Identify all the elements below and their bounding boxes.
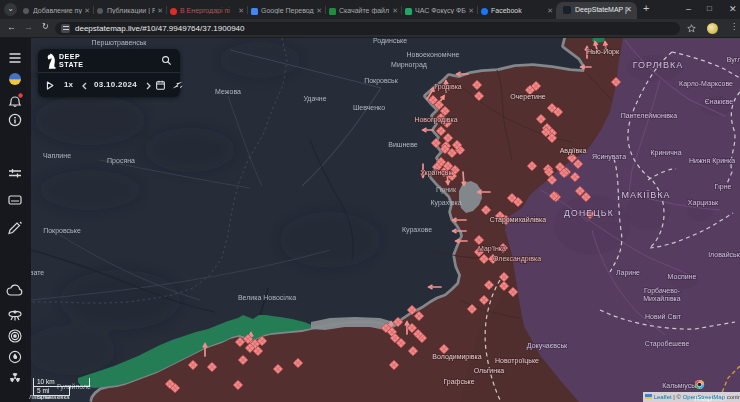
- svg-text:Велика Новосілка: Велика Новосілка: [238, 294, 296, 301]
- svg-text:Нижня Кринка: Нижня Кринка: [689, 157, 735, 165]
- svg-text:Покровськ: Покровськ: [364, 77, 399, 85]
- svg-text:Кринична: Кринична: [650, 149, 681, 157]
- svg-text:Новоекономічне: Новоекономічне: [407, 51, 460, 58]
- svg-text:Ольгинка: Ольгинка: [474, 367, 505, 374]
- svg-text:Українськ: Українськ: [420, 169, 452, 177]
- svg-text:Шевченко: Шевченко: [353, 104, 385, 111]
- svg-text:Володимирівка: Володимирівка: [432, 353, 481, 361]
- svg-text:МАКІЇВКА: МАКІЇВКА: [622, 190, 671, 200]
- svg-text:Старомихайлівка: Старомихайлівка: [490, 216, 546, 224]
- svg-text:Гірник: Гірник: [436, 186, 457, 194]
- svg-text:Горбачево-: Горбачево-: [644, 287, 681, 295]
- svg-text:Єнакієве: Єнакієве: [705, 98, 734, 105]
- svg-text:Межова: Межова: [215, 88, 241, 95]
- svg-text:Новотроїцьке: Новотроїцьке: [495, 357, 539, 365]
- svg-text:Гірне: Гірне: [715, 183, 732, 191]
- svg-text:Карло-Марксове: Карло-Марксове: [679, 80, 733, 88]
- svg-text:вате: вате: [31, 269, 44, 276]
- svg-text:Моспине: Моспине: [668, 273, 697, 280]
- svg-text:Докучаєвськ: Докучаєвськ: [527, 342, 568, 350]
- svg-text:Мар'їнка: Мар'їнка: [478, 245, 506, 253]
- svg-text:Старобешеве: Старобешеве: [645, 340, 690, 348]
- svg-text:Курахове: Курахове: [402, 226, 432, 234]
- svg-text:Нью-Йорк: Нью-Йорк: [587, 47, 620, 56]
- svg-text:Харцизьк: Харцизьк: [688, 199, 719, 207]
- svg-text:Удачне: Удачне: [303, 95, 326, 103]
- svg-text:Курахівка: Курахівка: [430, 199, 461, 207]
- svg-text:Пантелеймонівка: Пантелеймонівка: [621, 112, 678, 119]
- svg-text:Гродівка: Гродівка: [434, 83, 462, 91]
- svg-text:Вишневе: Вишневе: [388, 141, 418, 148]
- svg-text:Чаплине: Чаплине: [43, 152, 71, 159]
- svg-text:Новий Світ: Новий Світ: [645, 313, 682, 320]
- svg-text:Першотравенськ: Першотравенськ: [92, 39, 148, 47]
- svg-text:Очеретине: Очеретине: [510, 93, 546, 101]
- svg-text:Вугл: Вугл: [727, 56, 740, 64]
- svg-text:Новогродівка: Новогродівка: [414, 116, 457, 124]
- svg-text:Михайлівка: Михайлівка: [643, 295, 681, 302]
- svg-text:ГОРЛІВКА: ГОРЛІВКА: [633, 60, 684, 70]
- svg-text:Родинське: Родинське: [373, 38, 407, 45]
- svg-text:Ясинувата: Ясинувата: [592, 153, 626, 161]
- svg-text:Покровське: Покровське: [43, 227, 81, 235]
- svg-text:Мирноград: Мирноград: [391, 61, 427, 69]
- svg-text:Олександрівка: Олександрівка: [493, 255, 541, 263]
- svg-text:Ларине: Ларине: [616, 269, 640, 277]
- svg-text:ДОНЕЦЬК: ДОНЕЦЬК: [564, 208, 614, 218]
- svg-text:Графське: Графське: [443, 378, 474, 386]
- svg-text:Іловайськ: Іловайськ: [708, 251, 740, 258]
- svg-text:Авдіївка: Авдіївка: [560, 147, 587, 155]
- svg-text:Просяна: Просяна: [107, 157, 135, 165]
